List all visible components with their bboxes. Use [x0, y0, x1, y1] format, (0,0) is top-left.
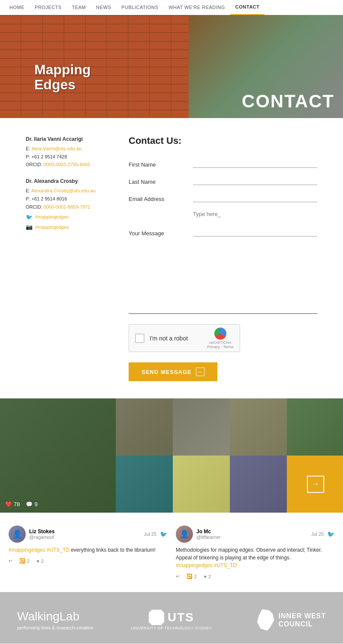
inner-west-text: INNER WEST COUNCIL: [279, 612, 326, 628]
instagram-row: 📷 #mappingedges: [26, 224, 111, 231]
uts-logo: UTS: [149, 610, 194, 625]
uts-icon: [149, 610, 164, 625]
tweet-2-body: Methodologies for mapping edges: Observe…: [176, 547, 322, 561]
form-heading: Contact Us:: [129, 135, 317, 146]
instagram-cell-3[interactable]: [230, 398, 287, 456]
instagram-cell-6[interactable]: [173, 456, 230, 513]
walkinglab-title: WalkingLab: [17, 610, 120, 623]
tweet-2-bird-icon: 🐦: [327, 531, 334, 538]
tweet-1-handle: @ragamouf: [29, 535, 54, 540]
twitter-link[interactable]: #mappingedges: [35, 213, 69, 221]
instagram-cell-arrow[interactable]: →: [287, 456, 343, 513]
tweet-1-user-info: Liz Stokes @ragamouf: [29, 529, 54, 540]
instagram-cell-1[interactable]: [116, 398, 173, 456]
instagram-like-count: ❤️ 78: [5, 501, 20, 507]
message-label: Your Message: [129, 230, 184, 237]
navigation: HOME PROJECTS TEAM NEWS PUBLICATIONS WHA…: [0, 0, 343, 15]
message-full-area: [129, 262, 317, 316]
tweets-section: 👤 Liz Stokes @ragamouf Jul 25 🐦 #mapping…: [0, 513, 343, 592]
instagram-cell-2[interactable]: [173, 398, 230, 456]
nav-news[interactable]: NEWS: [91, 0, 116, 15]
inner-west-label: INNER WEST: [279, 612, 326, 620]
person2-email-link[interactable]: Alexandra.Crosby@uts.edu.au: [31, 188, 96, 193]
tweet-2-text: Methodologies for mapping edges: Observe…: [176, 546, 334, 569]
nav-publications[interactable]: PUBLICATIONS: [116, 0, 163, 15]
nav-projects[interactable]: PROJECTS: [30, 0, 67, 15]
tweet-1-header: 👤 Liz Stokes @ragamouf Jul 25 🐦: [9, 526, 167, 543]
tweet-1-avatar: 👤: [9, 526, 26, 543]
message-full-textarea[interactable]: [129, 262, 317, 314]
inner-west-map-icon: [257, 609, 274, 631]
tweet-1-name: Liz Stokes: [29, 529, 54, 535]
contact-section: Dr. Ilaria Vanni Accarigi E: Ilaria.Vann…: [0, 118, 343, 398]
instagram-grid: ❤️ 78 💬 9 →: [0, 398, 343, 513]
send-message-button[interactable]: SEND MESSAGE →: [129, 362, 217, 381]
tweet-2-hash1[interactable]: #mappingedges: [176, 562, 212, 568]
like-number: 78: [14, 501, 20, 507]
nav-team[interactable]: TEAM: [67, 0, 91, 15]
nav-what-reading[interactable]: WHAT WE'RE READING: [163, 0, 230, 15]
tweet-2-avatar: 👤: [176, 526, 193, 543]
tweet-2-retweet[interactable]: 🔁 2: [187, 574, 197, 579]
nav-home[interactable]: HOME: [4, 0, 30, 15]
person1-phone: P: +61 2 9514 7428: [26, 153, 111, 161]
person1-orcid-row: ORCID: 0000-0003-2795-8465: [26, 161, 111, 169]
instagram-likes-row: ❤️ 78 💬 9: [5, 501, 38, 507]
tweet-2-name: Jo Mc: [196, 529, 220, 535]
instagram-cell-5[interactable]: [116, 456, 173, 513]
person1-orcid-label: ORCID:: [26, 162, 42, 167]
recaptcha-logo: reCAPTCHA Privacy - Terms: [207, 328, 234, 349]
instagram-arrow-icon: →: [307, 476, 324, 493]
tweet-2-hash2[interactable]: #UTS_TD: [214, 562, 237, 568]
instagram-main-image[interactable]: ❤️ 78 💬 9: [0, 398, 116, 513]
email-row: Email Address: [129, 194, 317, 202]
footer-uts: UTS UNIVERSITY OF TECHNOLOGY SYDNEY: [120, 610, 223, 630]
hero-banner: Mapping Edges CONTACT: [0, 15, 343, 118]
comment-number: 9: [34, 501, 37, 507]
tweet-2-user-info: Jo Mc @liftlearner: [196, 529, 220, 540]
email-label: Email Address: [129, 196, 184, 202]
last-name-label: Last Name: [129, 179, 184, 185]
recaptcha-privacy: Privacy - Terms: [207, 345, 234, 349]
instagram-cell-4[interactable]: [287, 398, 343, 456]
tweet-1-text: #mappingedges #UTS_TD everything links b…: [9, 546, 167, 554]
tweet-1-body: everything links back to the librarium!: [71, 547, 155, 553]
council-label: COUNCIL: [279, 620, 326, 628]
recaptcha-checkbox[interactable]: [135, 334, 144, 343]
hero-contact-label: CONTACT: [242, 91, 334, 112]
tweet-1: 👤 Liz Stokes @ragamouf Jul 25 🐦 #mapping…: [9, 526, 167, 579]
tweet-1-retweet[interactable]: 🔁 2: [19, 558, 30, 564]
person1-email-link[interactable]: Ilaria.Vanni@uts.edu.au: [31, 146, 81, 151]
tweet-1-reply[interactable]: ↩: [9, 558, 12, 564]
first-name-input[interactable]: [193, 159, 317, 168]
send-arrow-icon: →: [196, 368, 205, 376]
person2-orcid-link[interactable]: 0000-0001-8859-7971: [44, 204, 90, 210]
hero-brick-texture: [0, 15, 189, 118]
person1-orcid-link[interactable]: 0000-0003-2795-8465: [44, 162, 90, 167]
instagram-link[interactable]: #mappingedges: [35, 224, 69, 231]
twitter-icon: 🐦: [26, 214, 33, 221]
email-input[interactable]: [193, 194, 317, 202]
tweet-1-hash2[interactable]: #UTS_TD: [47, 547, 69, 553]
tweet-2-reply[interactable]: ↩: [176, 574, 180, 579]
person2-orcid-label: ORCID:: [26, 204, 42, 210]
last-name-row: Last Name: [129, 176, 317, 185]
person1-email-label: E:: [26, 146, 30, 151]
comment-icon: 💬: [26, 501, 33, 507]
first-name-label: First Name: [129, 161, 184, 168]
uts-full-name: UNIVERSITY OF TECHNOLOGY SYDNEY: [131, 626, 212, 630]
recaptcha-widget[interactable]: I'm not a robot reCAPTCHA Privacy - Term…: [129, 324, 240, 352]
message-textarea[interactable]: [193, 211, 317, 237]
last-name-input[interactable]: [193, 176, 317, 185]
tweet-1-hash1[interactable]: #mappingedges: [9, 547, 45, 553]
tweet-2-like[interactable]: ♥ 2: [204, 574, 211, 579]
instagram-cell-7[interactable]: [230, 456, 287, 513]
person2-name: Dr. Alexandra Crosby: [26, 177, 111, 185]
nav-contact[interactable]: CONTACT: [230, 0, 265, 15]
tweet-2: 👤 Jo Mc @liftlearner Jul 25 🐦 Methodolog…: [176, 526, 334, 579]
instagram-icon: 📷: [26, 224, 33, 231]
tweet-1-like[interactable]: ♥ 2: [36, 559, 44, 564]
recaptcha-logo-icon: [214, 328, 226, 340]
tweet-1-bird-icon: 🐦: [160, 531, 167, 538]
person2-orcid-row: ORCID: 0000-0001-8859-7971: [26, 204, 111, 211]
